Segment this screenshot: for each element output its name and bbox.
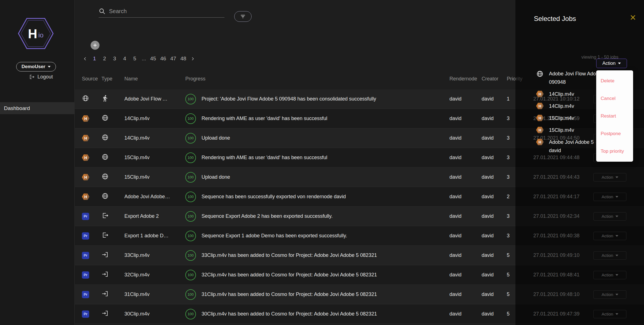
sidebar: H io DemoUser Logout Dashboard: [0, 0, 75, 325]
job-message: Project: 'Adobe Jovi Flow Adobe 5 090948…: [202, 96, 376, 102]
page-button[interactable]: 2: [101, 56, 108, 62]
job-name: 15Clip.m4v: [124, 155, 185, 161]
premiere-icon: Pr: [82, 291, 89, 298]
job-type: [101, 134, 124, 142]
hexagon-h-icon: H: [82, 174, 89, 181]
job-creator: david: [482, 135, 507, 141]
job-message: Upload done: [202, 135, 230, 141]
col-source: Source: [82, 76, 101, 82]
menu-item-restart[interactable]: Restart: [596, 107, 633, 125]
menu-item-top-priority[interactable]: Top priority: [596, 142, 633, 160]
job-progress: 100Sequence has been successfully export…: [185, 192, 449, 202]
job-name-text: 30Clip.m4v: [124, 311, 150, 317]
svg-text:io: io: [38, 31, 44, 39]
page-button[interactable]: 1: [91, 56, 98, 62]
job-creator: david: [482, 252, 507, 258]
col-name: Name: [124, 76, 185, 82]
job-creator: david: [482, 233, 507, 239]
page-button[interactable]: 5: [132, 56, 138, 62]
job-progress: 100Sequence Export Adobe 2 has been expo…: [185, 211, 449, 222]
selected-job-name: 14Clip.m4v: [549, 90, 574, 98]
job-progress: 10031Clip.m4v has been added to Cosmo fo…: [185, 289, 449, 300]
selected-job-name: Adobe Jovi Adobe 5david: [549, 138, 594, 155]
selected-job-name: 15Clip.m4v: [549, 114, 574, 122]
job-creator: david: [482, 155, 507, 161]
hio-logo: H io: [18, 17, 54, 51]
svg-text:H: H: [28, 27, 37, 41]
progress-badge: 100: [185, 250, 196, 261]
col-rendernode: Rendernode: [449, 76, 482, 82]
job-type: [101, 271, 124, 279]
job-type: [101, 153, 124, 162]
user-label: DemoUser: [22, 64, 45, 70]
user-dropdown[interactable]: DemoUser: [16, 62, 56, 71]
job-name-text: 33Clip.m4v: [124, 252, 150, 258]
job-creator: david: [482, 291, 507, 297]
hexagon-h-icon: H: [82, 135, 89, 142]
page-button[interactable]: 46: [160, 56, 166, 62]
job-rendernode: david: [449, 272, 482, 278]
job-message: Rendering with AME as user 'david' has b…: [202, 116, 327, 121]
page-button[interactable]: 3: [112, 56, 118, 62]
page-button[interactable]: 4: [122, 56, 128, 62]
job-message: 33Clip.m4v has been added to Cosmo for P…: [202, 252, 377, 258]
selected-job-name: 15Clip.m4v: [549, 126, 574, 134]
page-button[interactable]: 48: [180, 56, 186, 62]
progress-badge: 100: [185, 94, 196, 104]
job-creator: david: [482, 194, 507, 200]
panel-action-label: Action: [602, 61, 615, 66]
job-type: [101, 212, 124, 221]
job-name: Adobe Jovi Adobe 5 082321: [124, 194, 185, 200]
page-button[interactable]: 45: [150, 56, 156, 62]
job-message: Sequence Export 1 adobe Demo has been ex…: [202, 233, 347, 239]
job-rendernode: david: [449, 116, 482, 121]
hexagon-h-icon: H: [536, 138, 544, 145]
filter-icon: [240, 13, 246, 20]
globe-icon: [101, 134, 109, 141]
filter-button[interactable]: [234, 11, 252, 22]
globe-icon: [101, 192, 109, 200]
job-name-text: 15Clip.m4v: [124, 155, 150, 161]
menu-item-delete[interactable]: Delete: [596, 72, 633, 90]
job-name-text: 14Clip.m4v: [124, 135, 150, 141]
menu-item-cancel[interactable]: Cancel: [596, 90, 633, 107]
job-name: 31Clip.m4v: [124, 291, 185, 298]
close-icon[interactable]: [628, 12, 638, 22]
job-type: [101, 251, 124, 260]
logout-button[interactable]: Logout: [29, 74, 53, 80]
job-name-text: 32Clip.m4v: [124, 272, 150, 278]
add-job-button[interactable]: [91, 41, 100, 50]
search-bar: [99, 8, 224, 18]
chevron-left-icon[interactable]: [83, 56, 87, 61]
job-source: Pr: [82, 232, 101, 240]
job-name: 15Clip.m4v: [124, 174, 185, 180]
job-name: 30Clip.m4v: [124, 311, 185, 317]
panel-action-button[interactable]: Action: [596, 59, 627, 68]
job-name-text: 31Clip.m4v: [124, 291, 150, 297]
job-progress: 100Upload done: [185, 133, 449, 144]
globe-icon: [101, 173, 109, 180]
job-progress: 100Rendering with AME as user 'david' ha…: [185, 113, 449, 124]
job-rendernode: david: [449, 135, 482, 141]
job-source: H: [82, 174, 101, 181]
job-name-text: Export Adobe 2: [124, 213, 159, 219]
search-input[interactable]: [109, 8, 224, 15]
globe-icon: [536, 70, 544, 78]
sidebar-item-dashboard[interactable]: Dashboard: [0, 102, 74, 114]
hexagon-h-icon: H: [82, 193, 89, 200]
page-button[interactable]: 47: [170, 56, 176, 62]
job-message: 30Clip.m4v has been added to Cosmo for P…: [202, 311, 377, 317]
progress-badge: 100: [185, 172, 196, 183]
progress-badge: 100: [185, 309, 196, 319]
export-icon: [101, 231, 109, 239]
job-creator: david: [482, 174, 507, 180]
job-source: Pr: [82, 271, 101, 279]
job-progress: 10032Clip.m4v has been added to Cosmo fo…: [185, 270, 449, 280]
selected-job-line: 15Clip.m4v: [549, 126, 574, 134]
chevron-right-icon[interactable]: [190, 56, 195, 61]
selected-job-name: 14Clip.m4v: [549, 102, 574, 110]
job-name-text: 15Clip.m4v: [124, 174, 150, 180]
menu-item-postpone[interactable]: Postpone: [596, 125, 633, 142]
progress-badge: 100: [185, 231, 196, 241]
job-message: Rendering with AME as user 'david' has b…: [202, 155, 327, 161]
